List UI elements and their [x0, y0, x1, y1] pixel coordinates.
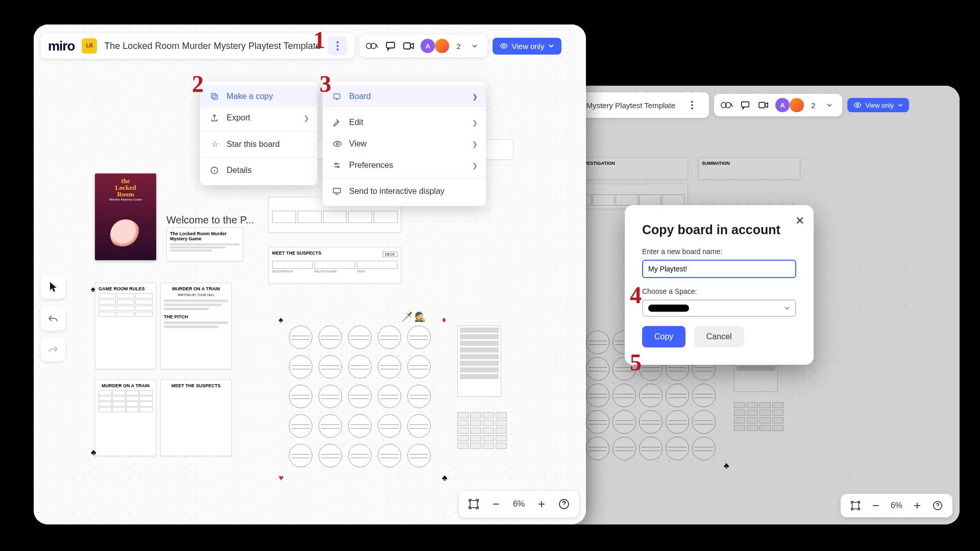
undo-button[interactable]	[41, 306, 65, 331]
doc-murder-train[interactable]: MURDER ON A TRAIN WRITTEN BY YOUR CELL T…	[160, 283, 232, 369]
suit-spade-icon: ♠	[279, 315, 283, 324]
frame-summation-2: SUMMATION	[698, 157, 800, 180]
svg-rect-10	[213, 95, 217, 99]
svg-point-19	[691, 104, 693, 106]
dialog-title: Copy board in account	[642, 222, 796, 237]
svg-point-0	[336, 41, 338, 43]
suit-club3-icon: ♣	[724, 461, 729, 470]
view-only-label: View only	[512, 42, 545, 51]
avatar-1[interactable]: A	[421, 39, 435, 53]
copy-button[interactable]: Copy	[642, 326, 685, 347]
reactions-icon[interactable]	[365, 39, 379, 53]
svg-rect-26	[852, 503, 859, 509]
svg-point-14	[336, 143, 338, 145]
svg-rect-5	[386, 42, 395, 48]
frame-suspects[interactable]: MEET THE SUSPECTS DECK DESCRIPTION RELAT…	[268, 247, 401, 284]
reactions-icon-2[interactable]	[720, 98, 733, 112]
svg-rect-23	[742, 102, 749, 107]
svg-rect-6	[404, 43, 410, 49]
chevron-right-icon: ❯	[472, 93, 478, 101]
star-icon: ☆	[210, 139, 219, 149]
video-icon[interactable]	[402, 39, 415, 53]
fit-icon[interactable]	[468, 498, 479, 510]
space-value-redacted	[648, 305, 689, 312]
help-icon[interactable]	[558, 498, 570, 510]
redo-button[interactable]	[41, 337, 65, 361]
video-icon-2[interactable]	[757, 98, 770, 112]
board-title[interactable]: The Locked Room Murder Mystery Playtest …	[104, 41, 321, 52]
view-icon	[333, 140, 342, 147]
svg-point-1	[336, 45, 338, 47]
miro-logo[interactable]: miro	[48, 38, 75, 54]
intro-card[interactable]: The Locked Room Murder Mystery Game	[166, 228, 243, 261]
copy-icon	[210, 92, 219, 101]
cursor-tool[interactable]	[41, 274, 65, 299]
board-submenu: Board ❯ Edit ❯ View ❯ Preferences ❯	[323, 82, 486, 206]
comments-icon-2[interactable]	[739, 98, 752, 112]
zoom-in-button[interactable]: +	[536, 498, 547, 510]
participants-chevron-icon[interactable]	[468, 39, 481, 53]
emoji-detective-icon: 🕵️	[414, 311, 426, 322]
board-poster[interactable]: theLockedRoom Murder Mystery Game	[95, 173, 156, 260]
submenu-send-display[interactable]: Send to interactive display	[323, 181, 486, 202]
view-only-button-2[interactable]: View only	[847, 98, 909, 112]
suit-club2-icon: ♣	[91, 448, 96, 457]
miro-window-menus: theLockedRoom Murder Mystery Game Welcom…	[34, 24, 586, 524]
fit-icon-2[interactable]	[850, 500, 861, 511]
suit-club-icon: ♣	[442, 473, 448, 483]
cancel-button[interactable]: Cancel	[694, 326, 744, 347]
doc-suspects-sheet[interactable]: MEET THE SUSPECTS	[160, 380, 232, 456]
board-title-chip[interactable]: miro LR The Locked Room Murder Mystery P…	[41, 33, 354, 59]
svg-rect-11	[211, 93, 216, 98]
topbar: miro LR The Locked Room Murder Mystery P…	[41, 32, 579, 60]
welcome-frame-label: Welcome to the P...	[166, 214, 254, 226]
preferences-icon	[333, 161, 342, 169]
board-menu-button[interactable]	[328, 36, 347, 56]
svg-rect-17	[333, 188, 340, 193]
zoom-percent[interactable]: 6%	[513, 499, 525, 509]
board-icon: LR	[82, 38, 97, 54]
chevron-right-icon: ❯	[472, 162, 478, 169]
avatar-2b[interactable]	[790, 98, 804, 112]
avatar-2[interactable]	[435, 39, 449, 53]
submenu-view[interactable]: View ❯	[323, 133, 486, 155]
svg-point-7	[503, 45, 505, 47]
export-icon	[210, 114, 219, 122]
zoom-toolbar-2: − 6% +	[841, 494, 952, 517]
dialog-close-button[interactable]: ✕	[795, 214, 804, 228]
view-only-button[interactable]: View only	[493, 38, 562, 55]
submenu-preferences[interactable]: Preferences ❯	[323, 155, 486, 176]
svg-point-25	[856, 104, 859, 106]
zoom-in-2[interactable]: +	[912, 500, 923, 511]
edit-icon	[333, 118, 342, 127]
board-icon	[333, 92, 342, 101]
zoom-out-2[interactable]: −	[870, 500, 881, 511]
submenu-edit[interactable]: Edit ❯	[323, 112, 486, 133]
menu-export[interactable]: Export ❯	[200, 107, 317, 129]
space-select[interactable]	[642, 299, 796, 317]
doc-rules[interactable]: GAME ROOM RULES	[95, 283, 156, 369]
emoji-dagger-icon: 🗡️	[401, 311, 412, 322]
menu-details[interactable]: Details	[200, 160, 317, 181]
board-name-input[interactable]	[642, 260, 796, 278]
zoom-toolbar: − 6% +	[459, 491, 579, 517]
svg-point-18	[691, 101, 693, 103]
participant-count[interactable]: 2	[454, 42, 462, 51]
zoom-out-button[interactable]: −	[491, 498, 502, 510]
menu-make-copy[interactable]: Make a copy	[200, 86, 317, 107]
suit-spade2-icon: ♠	[91, 285, 95, 294]
chevron-down-icon	[784, 305, 790, 311]
ref-card-1[interactable]	[457, 325, 501, 397]
help-icon-2[interactable]	[932, 500, 943, 511]
submenu-board[interactable]: Board ❯	[323, 86, 486, 107]
comments-icon[interactable]	[384, 39, 397, 53]
chip-grid[interactable]	[457, 412, 507, 449]
svg-rect-24	[759, 103, 765, 108]
avatar-1b[interactable]: A	[775, 98, 790, 112]
display-icon	[333, 188, 342, 195]
doc-murder-train-table[interactable]: MURDER ON A TRAIN	[95, 380, 156, 456]
svg-point-15	[335, 163, 337, 165]
menu-star[interactable]: ☆ Star this board	[200, 133, 317, 155]
token-grid[interactable]	[289, 325, 431, 467]
board-menu-button-2[interactable]	[682, 95, 702, 115]
